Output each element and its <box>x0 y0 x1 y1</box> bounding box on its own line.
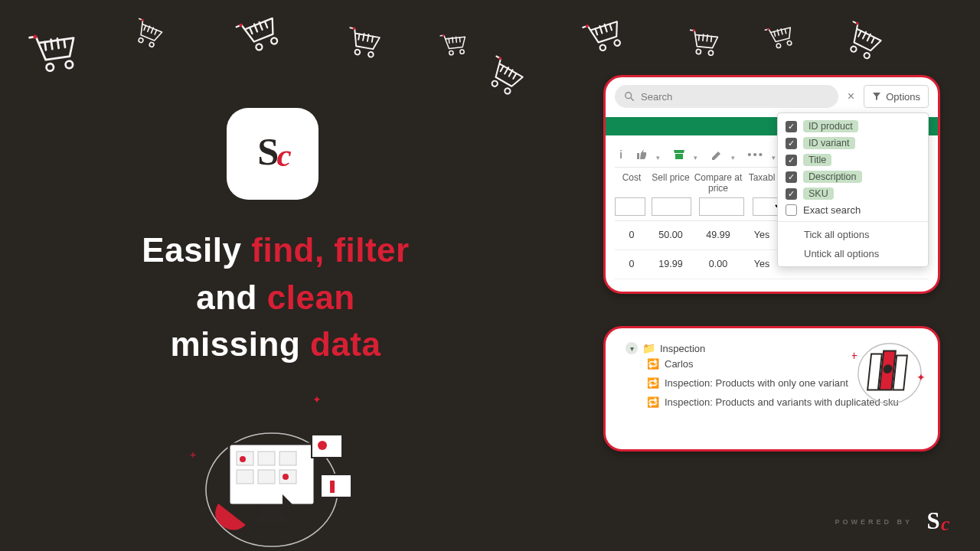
svg-text:+: + <box>852 349 858 362</box>
search-input[interactable]: Search <box>615 85 838 108</box>
checkbox-icon: ✓ <box>786 155 797 166</box>
thumbs-icon[interactable] <box>635 148 648 161</box>
col-sell: Sell price <box>648 172 693 194</box>
option-id-variant[interactable]: ✓ID variant <box>784 135 922 152</box>
svg-rect-18 <box>252 517 292 522</box>
options-dropdown: ✓ID product ✓ID variant ✓Title ✓Descript… <box>777 112 929 267</box>
svg-text:c: c <box>941 513 950 535</box>
cell-sell: 50.00 <box>648 230 693 240</box>
col-compare: Compare at price <box>693 172 743 194</box>
gear-icon: ✦ <box>312 393 322 406</box>
cell-cost: 0 <box>615 230 648 240</box>
filter-panel: Search × Options i ▾ ▾ ▾ •••▾ Cost Sell … <box>603 75 940 294</box>
search-placeholder: Search <box>641 91 672 103</box>
inspection-panel: ▾ 📁 Inspection 🔁Carlos 🔁Inspection: Prod… <box>603 326 940 452</box>
svg-rect-27 <box>312 435 342 458</box>
cell-taxable: Yes <box>743 259 780 269</box>
funnel-icon <box>872 92 881 101</box>
svg-text:✦: ✦ <box>916 372 926 383</box>
svg-line-6 <box>631 98 633 100</box>
svg-rect-21 <box>279 452 296 465</box>
option-title[interactable]: ✓Title <box>784 152 922 168</box>
filter-cost[interactable] <box>615 197 645 216</box>
shop-icon[interactable] <box>672 148 686 161</box>
hero-accent3: data <box>310 325 381 363</box>
cell-sell: 19.99 <box>648 259 693 269</box>
option-exact[interactable]: Exact search <box>784 202 922 218</box>
separator <box>778 221 928 222</box>
cart-icon <box>580 11 629 58</box>
checkbox-icon: ✓ <box>786 171 797 183</box>
cart-icon <box>838 17 888 65</box>
svg-rect-30 <box>330 481 335 493</box>
folder-icon: 📁 <box>642 342 655 354</box>
plus-icon: + <box>190 448 196 461</box>
search-icon <box>624 91 635 102</box>
svg-rect-17 <box>261 507 283 517</box>
svg-rect-29 <box>321 474 351 497</box>
cart-icon <box>763 21 798 54</box>
col-cost: Cost <box>615 172 648 194</box>
refresh-icon: 🔁 <box>647 358 659 370</box>
chevron-down-icon: ▾ <box>626 342 638 354</box>
svg-point-28 <box>318 441 327 450</box>
checkbox-icon: ✓ <box>786 121 797 132</box>
tick-all-link[interactable]: Tick all options <box>784 225 922 244</box>
cell-compare: 49.99 <box>693 230 743 240</box>
cell-cost: 0 <box>615 259 648 269</box>
app-logo-tile: S c <box>227 108 318 200</box>
option-sku[interactable]: ✓SKU <box>784 185 922 202</box>
cart-icon <box>128 15 167 53</box>
refresh-icon: 🔁 <box>647 377 659 389</box>
cart-icon <box>232 8 286 60</box>
more-menu[interactable]: ••• <box>747 148 764 161</box>
col-taxable: Taxabl <box>743 172 780 194</box>
svg-text:S: S <box>927 508 940 534</box>
checkbox-icon: ✓ <box>786 188 797 200</box>
toolbar-glyph: i <box>619 148 622 161</box>
books-doodle-icon: ✦ + <box>852 336 927 405</box>
svg-rect-7 <box>675 154 683 159</box>
folder-label: Inspection <box>660 343 705 354</box>
clear-search-button[interactable]: × <box>844 90 858 103</box>
cart-icon <box>686 27 722 60</box>
svg-point-26 <box>283 474 289 480</box>
options-button[interactable]: Options <box>864 85 929 108</box>
brand-footer: POWERED BY S c <box>835 507 959 537</box>
hero-accent2: clean <box>267 279 355 316</box>
svg-point-25 <box>240 456 246 462</box>
svg-rect-22 <box>237 470 253 484</box>
checkbox-icon: ✓ <box>786 138 797 149</box>
sc-logo-small-icon: S c <box>923 507 959 537</box>
monitor-doodle-icon <box>189 404 373 549</box>
option-id-product[interactable]: ✓ID product <box>784 118 922 135</box>
untick-all-link[interactable]: Untick all options <box>784 244 922 263</box>
filter-compare[interactable] <box>699 197 744 216</box>
cell-taxable: Yes <box>743 230 780 240</box>
hero-headline: Easily find, filter and clean missing da… <box>69 227 482 368</box>
cart-icon <box>479 51 530 101</box>
svg-text:S: S <box>257 130 279 173</box>
options-label: Options <box>886 91 920 103</box>
svg-point-5 <box>626 93 632 99</box>
refresh-icon: 🔁 <box>647 396 659 408</box>
svg-text:c: c <box>276 137 291 173</box>
hero-accent1: find, filter <box>251 231 409 269</box>
cart-icon <box>25 26 83 79</box>
cell-compare: 0.00 <box>693 259 743 269</box>
hero-part2: and <box>196 279 266 316</box>
checkbox-icon <box>786 204 797 216</box>
powered-by-label: POWERED BY <box>835 518 913 526</box>
svg-rect-20 <box>258 452 275 465</box>
svg-rect-23 <box>258 470 275 484</box>
cart-icon <box>438 30 469 58</box>
cart-icon <box>343 24 384 62</box>
option-description[interactable]: ✓Description <box>784 168 922 185</box>
filter-sell[interactable] <box>652 197 691 216</box>
sc-logo-icon: S c <box>245 126 300 181</box>
hero-part1: Easily <box>142 231 251 269</box>
hero-part3: missing <box>171 325 311 363</box>
edit-icon[interactable] <box>710 148 724 161</box>
